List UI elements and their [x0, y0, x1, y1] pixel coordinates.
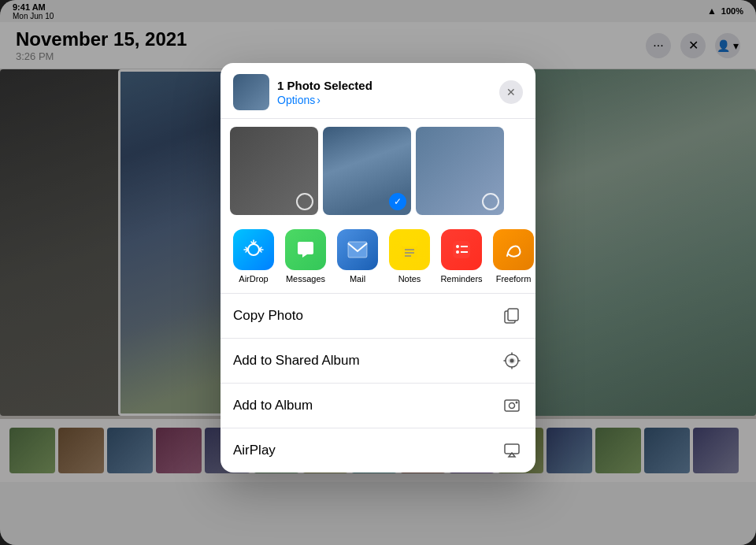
options-chevron: ›	[317, 94, 321, 106]
svg-point-9	[456, 245, 459, 248]
photo-selected-check: ✓	[389, 193, 406, 210]
copy-photo-icon	[501, 305, 523, 327]
app-reminders[interactable]: Reminders	[441, 229, 482, 284]
svg-rect-4	[402, 240, 417, 247]
share-header-info: 1 Photo Selected Options ›	[277, 79, 372, 106]
reminders-label: Reminders	[440, 274, 482, 284]
share-close-button[interactable]: ✕	[499, 80, 523, 104]
share-photos-row: ✓	[220, 119, 536, 223]
share-header: 1 Photo Selected Options › ✕	[220, 63, 536, 119]
app-messages[interactable]: Messages	[285, 229, 326, 284]
svg-point-18	[510, 359, 514, 363]
svg-point-0	[248, 244, 259, 255]
add-album-label: Add to Album	[233, 398, 313, 413]
ipad-frame: 9:41 AM Mon Jun 10 ▲ 100% November 15, 2…	[0, 0, 756, 545]
copy-photo-label: Copy Photo	[233, 308, 303, 324]
airdrop-icon	[233, 229, 274, 270]
app-freeform[interactable]: Freeform	[493, 229, 534, 284]
svg-point-11	[456, 250, 459, 254]
mail-icon	[337, 229, 378, 270]
share-sheet: 1 Photo Selected Options › ✕ ✓	[220, 63, 536, 473]
svg-point-21	[516, 402, 518, 404]
notes-label: Notes	[398, 274, 421, 284]
share-photo-item-center[interactable]: ✓	[323, 127, 411, 215]
add-shared-album-label: Add to Shared Album	[233, 353, 360, 369]
svg-rect-2	[348, 242, 367, 258]
add-shared-album-icon	[501, 350, 523, 372]
share-header-left: 1 Photo Selected Options ›	[233, 74, 372, 110]
share-actions: Copy Photo Add to Shared Album	[220, 293, 536, 473]
reminders-icon	[441, 229, 482, 270]
share-thumbnail	[233, 74, 269, 110]
airplay-icon	[501, 439, 523, 462]
add-shared-album-action[interactable]: Add to Shared Album	[220, 339, 536, 384]
app-notes[interactable]: Notes	[389, 229, 430, 284]
svg-rect-8	[453, 241, 470, 258]
app-airdrop[interactable]: AirDrop	[233, 229, 274, 284]
share-apps-row: AirDrop Messages Mail	[220, 223, 536, 293]
messages-label: Messages	[286, 274, 325, 284]
messages-icon	[285, 229, 326, 270]
svg-point-20	[510, 403, 515, 409]
notes-icon	[389, 229, 430, 270]
photo-select-empty-right	[482, 193, 499, 210]
freeform-icon	[493, 229, 534, 270]
options-label: Options	[277, 94, 315, 106]
photo-select-empty-left	[296, 193, 313, 210]
add-album-action[interactable]: Add to Album	[220, 384, 536, 428]
mail-label: Mail	[350, 274, 365, 284]
copy-photo-action[interactable]: Copy Photo	[220, 294, 536, 339]
share-options-button[interactable]: Options ›	[277, 94, 321, 106]
freeform-label: Freeform	[496, 274, 532, 284]
airplay-label: AirPlay	[233, 443, 276, 458]
add-album-icon	[501, 395, 523, 417]
share-title: 1 Photo Selected	[277, 79, 372, 92]
airplay-action[interactable]: AirPlay	[220, 428, 536, 473]
share-photo-item-right[interactable]	[416, 127, 504, 215]
svg-rect-16	[508, 309, 518, 321]
airdrop-label: AirDrop	[239, 274, 268, 284]
app-mail[interactable]: Mail	[337, 229, 378, 284]
share-photo-item-left[interactable]	[230, 127, 318, 215]
